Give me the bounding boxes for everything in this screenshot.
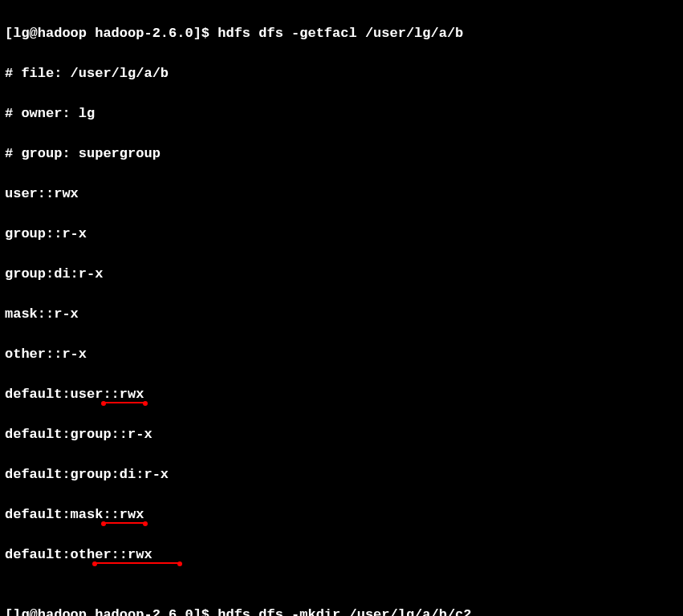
output-line: group::r-x xyxy=(5,224,678,244)
prompt-line-2[interactable]: [lg@hadoop hadoop-2.6.0]$ hdfs dfs -mkdi… xyxy=(5,605,678,616)
highlight-dot-icon xyxy=(101,521,106,526)
output-line: # group: supergroup xyxy=(5,144,678,164)
highlight-dot-icon xyxy=(177,561,182,566)
terminal[interactable]: [lg@hadoop hadoop-2.6.0]$ hdfs dfs -getf… xyxy=(0,0,683,616)
output-line: default:user::rwx xyxy=(5,384,678,404)
output-line: default:mask::rwx xyxy=(5,505,678,525)
highlight-dot-icon xyxy=(101,401,106,406)
output-line: mask::r-x xyxy=(5,304,678,324)
output-line: other::r-x xyxy=(5,344,678,364)
highlight-underline xyxy=(103,402,144,403)
output-line: group:di:r-x xyxy=(5,264,678,284)
shell-prompt: [lg@hadoop hadoop-2.6.0]$ xyxy=(5,607,218,616)
shell-prompt: [lg@hadoop hadoop-2.6.0]$ xyxy=(5,26,218,41)
command-text: hdfs dfs -getfacl /user/lg/a/b xyxy=(218,26,463,41)
highlight-underline xyxy=(94,562,179,564)
command-text: hdfs dfs -mkdir /user/lg/a/b/c2 xyxy=(218,607,471,616)
highlight-underline xyxy=(103,522,144,524)
output-line: default:other::rwx xyxy=(5,545,678,565)
output-line: default:group:di:r-x xyxy=(5,464,678,484)
output-line: # owner: lg xyxy=(5,103,678,124)
output-line: user::rwx xyxy=(5,184,678,204)
highlight-dot-icon xyxy=(143,521,148,526)
output-line: default:group::r-x xyxy=(5,424,678,444)
highlight-dot-icon xyxy=(143,401,148,406)
output-line: # file: /user/lg/a/b xyxy=(5,63,678,83)
highlight-dot-icon xyxy=(92,561,97,566)
prompt-line-1[interactable]: [lg@hadoop hadoop-2.6.0]$ hdfs dfs -getf… xyxy=(5,23,678,43)
